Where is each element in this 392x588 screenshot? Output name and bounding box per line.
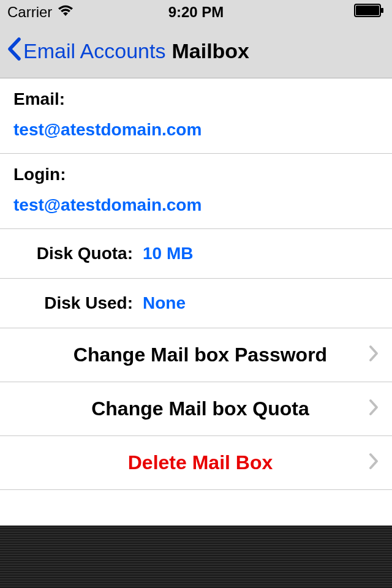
svg-rect-1 [356,6,379,15]
email-cell: Email: test@atestdomain.com [0,78,392,154]
content: Email: test@atestdomain.com Login: test@… [0,78,392,490]
back-chevron-icon[interactable] [7,37,21,65]
email-value[interactable]: test@atestdomain.com [13,120,379,140]
login-value[interactable]: test@atestdomain.com [13,195,379,215]
delete-mailbox-label: Delete Mail Box [13,451,369,474]
back-button[interactable]: Email Accounts [23,39,165,63]
carrier-label: Carrier [7,4,52,21]
disk-quota-label: Disk Quota: [13,244,133,263]
status-time: 9:20 PM [168,4,224,21]
email-label: Email: [13,89,379,109]
svg-rect-2 [381,8,383,13]
nav-bar: Email Accounts Mailbox [0,24,392,78]
change-password-label: Change Mail box Password [13,344,369,366]
disk-quota-cell: Disk Quota: 10 MB [0,229,392,279]
change-password-button[interactable]: Change Mail box Password [0,328,392,382]
disk-used-label: Disk Used: [13,293,133,313]
status-left: Carrier [7,4,74,21]
delete-mailbox-button[interactable]: Delete Mail Box [0,436,392,490]
status-right [354,4,385,21]
change-quota-label: Change Mail box Quota [13,398,369,420]
disk-quota-value: 10 MB [143,244,193,263]
battery-icon [354,4,385,21]
chevron-right-icon [369,397,379,421]
login-cell: Login: test@atestdomain.com [0,154,392,229]
change-quota-button[interactable]: Change Mail box Quota [0,382,392,436]
page-title: Mailbox [172,39,249,63]
footer-bar [0,526,392,588]
status-bar: Carrier 9:20 PM [0,0,392,24]
chevron-right-icon [369,343,379,367]
disk-used-value: None [143,293,186,313]
login-label: Login: [13,165,379,184]
wifi-icon [57,4,74,21]
disk-used-cell: Disk Used: None [0,279,392,328]
chevron-right-icon [369,451,379,475]
